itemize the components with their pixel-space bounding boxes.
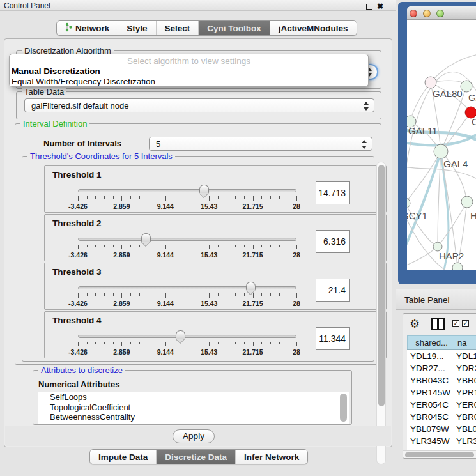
tab-discretize-data[interactable]: Discretize Data <box>157 450 236 464</box>
minimize-window-icon[interactable] <box>423 10 431 17</box>
table-row[interactable]: YER054CYER0 <box>407 399 476 411</box>
network-node[interactable] <box>425 77 436 88</box>
gear-icon[interactable]: ⚙ <box>410 317 420 331</box>
table-column-header[interactable]: na <box>456 335 476 349</box>
table-row[interactable]: YDR27...YDR2 <box>407 362 476 374</box>
tab-style[interactable]: Style <box>118 21 156 35</box>
slider-tick-label: -3.426 <box>58 203 98 210</box>
slider-tick-label: 2.859 <box>101 348 142 356</box>
table-row[interactable]: YBL079WYBL0 <box>407 423 476 435</box>
attributes-list-scrollbar[interactable] <box>340 394 347 422</box>
table-row[interactable]: YPR145WYPR1 <box>407 387 476 399</box>
tab-network[interactable]: Network <box>57 21 118 35</box>
network-icon <box>65 22 72 34</box>
float-panel-icon[interactable] <box>366 4 372 10</box>
network-node[interactable] <box>434 144 448 158</box>
slider-ticks <box>78 196 296 201</box>
network-window-titlebar <box>407 6 476 20</box>
close-panel-icon[interactable]: ✖ <box>377 2 383 11</box>
num-intervals-value: 5 <box>156 139 160 149</box>
network-window: GAL80GAL11GAL4GCY1HAP2GACH <box>407 6 476 270</box>
zoom-window-icon[interactable] <box>436 10 444 17</box>
table-column-header[interactable]: shared... <box>407 335 456 349</box>
slider-tick-label: 9.144 <box>145 300 186 307</box>
slider-tick-label: -3.426 <box>58 348 98 356</box>
slider-ticks <box>78 245 296 250</box>
table-cell: YDR2 <box>456 362 476 374</box>
threshold-slider-track[interactable] <box>78 189 296 192</box>
algorithm-option[interactable]: Manual Discretization <box>12 66 100 76</box>
cyni-toolbox-panel: Discretization Algorithm Table Data galF… <box>4 38 392 447</box>
control-panel-titlebar: Control Panel ✖ <box>0 0 396 11</box>
table-horizontal-scrollbar[interactable] <box>403 450 476 458</box>
tab-select[interactable]: Select <box>157 21 199 35</box>
slider-ticks <box>78 342 296 347</box>
threshold-slider-track[interactable] <box>78 286 296 289</box>
network-window-frame[interactable]: GAL80GAL11GAL4GCY1HAP2GACH <box>398 2 476 284</box>
slider-tick-label: 2.859 <box>101 203 142 210</box>
panel-vertical-scrollbar[interactable] <box>376 162 386 464</box>
checkbox-icon[interactable]: ✓ <box>462 320 469 327</box>
threshold-slider-track[interactable] <box>78 238 296 241</box>
network-node[interactable] <box>461 196 473 208</box>
tab-label: Impute Data <box>98 452 148 462</box>
table-row[interactable]: YBR043CYBR0 <box>407 374 476 387</box>
table-row[interactable]: YBR045CYBR0 <box>407 411 476 423</box>
slider-tick-label: 28 <box>276 251 317 259</box>
tab-cyni-toolbox[interactable]: Cyni Toolbox <box>199 21 270 35</box>
tab-label: Select <box>165 24 190 33</box>
threshold-slider-thumb[interactable] <box>199 185 209 193</box>
slider-tick-label: 21.715 <box>233 251 273 259</box>
table-cell: YBL0 <box>456 423 476 435</box>
checkbox-icon[interactable]: ✓ <box>452 320 459 327</box>
num-intervals-combobox[interactable]: 5 <box>149 137 372 151</box>
node-label: GAL4 <box>443 158 468 169</box>
threshold-value-field[interactable]: 21.4 <box>316 279 350 302</box>
threshold-slider-thumb[interactable] <box>176 330 185 339</box>
columns-icon[interactable] <box>431 318 445 330</box>
threshold-value-field[interactable]: 6.316 <box>316 230 350 253</box>
table-row[interactable]: YDL19...YDL1 <box>407 350 476 362</box>
attribute-list-item[interactable]: BetweennessCentrality <box>38 412 349 422</box>
table-data-combobox[interactable]: galFiltered.sif default node <box>24 98 374 112</box>
close-window-icon[interactable] <box>410 10 417 17</box>
threshold-slider-thumb[interactable] <box>141 233 151 242</box>
threshold-slider-track[interactable] <box>78 335 296 338</box>
node-label: C <box>472 116 476 127</box>
threshold-label: Threshold 3 <box>52 267 102 277</box>
tab-jactivemnodules[interactable]: jActiveMNodules <box>270 21 357 35</box>
slider-tick-label: 15.43 <box>188 251 229 259</box>
threshold-slider-thumb[interactable] <box>246 282 256 290</box>
slider-tick-label: 9.144 <box>145 251 186 259</box>
network-canvas[interactable]: GAL80GAL11GAL4GCY1HAP2GACH <box>407 20 476 270</box>
slider-tick-label: 21.715 <box>233 203 273 210</box>
attribute-list-item[interactable]: TopologicalCoefficient <box>38 403 349 413</box>
table-cell: YBR043C <box>407 374 456 387</box>
algorithm-option[interactable]: Equal Width/Frequency Discretization <box>12 77 155 86</box>
table-row[interactable]: YLR345WYLR3 <box>407 435 476 447</box>
network-node[interactable] <box>433 242 442 251</box>
threshold-value-field[interactable]: 11.344 <box>316 327 350 350</box>
attributes-group-title: Attributes to discretize <box>38 365 125 375</box>
control-panel-tabbar: NetworkStyleSelectCyni ToolboxjActiveMNo… <box>56 20 357 36</box>
slider-tick-label: 2.859 <box>101 300 142 307</box>
cyni-mode-tabbar: Impute DataDiscretize DataInfer Network <box>89 449 308 464</box>
numerical-attributes-list[interactable]: SelfLoopsTopologicalCoefficientBetweenne… <box>38 392 349 424</box>
tab-infer-network[interactable]: Infer Network <box>236 450 307 464</box>
attribute-list-item[interactable]: SelfLoops <box>38 392 349 403</box>
network-node[interactable] <box>407 198 410 208</box>
tab-impute-data[interactable]: Impute Data <box>90 450 157 464</box>
threshold-value-field[interactable]: 14.713 <box>316 181 350 204</box>
table-cell: YBR0 <box>456 374 476 387</box>
tab-label: Network <box>75 24 109 33</box>
network-node[interactable] <box>452 263 463 270</box>
threshold-panel: Threshold 1-3.4262.8599.14415.4321.71528… <box>44 165 387 213</box>
node-table[interactable]: shared...na YDL19...YDL1YDR27...YDR2YBR0… <box>407 335 476 450</box>
combo-arrows-icon <box>364 102 369 111</box>
tab-label: Style <box>127 24 147 33</box>
table-panel-title: Table Panel <box>404 295 450 305</box>
table-panel: ⚙ ✓ ✓ shared...na YDL19...YDL1YDR27...YD… <box>403 313 476 459</box>
apply-button[interactable]: Apply <box>173 429 215 443</box>
algorithm-dropdown-hint: Select algorithm to view settings <box>10 56 368 66</box>
slider-tick-label: 21.715 <box>233 348 273 356</box>
